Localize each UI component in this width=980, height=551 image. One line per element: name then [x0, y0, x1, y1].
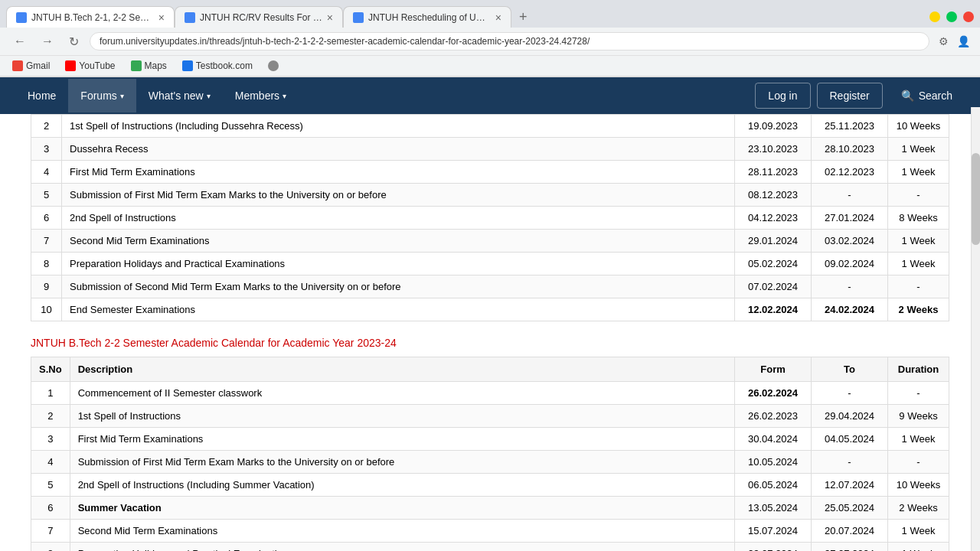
nav-right: Log in Register 🔍 Search: [755, 83, 965, 109]
table-row: 1 Commencement of II Semester classwork …: [31, 382, 949, 405]
cell-to: 28.10.2023: [812, 138, 888, 161]
cell-sno: 1: [31, 382, 70, 405]
login-button[interactable]: Log in: [755, 83, 810, 109]
cell-to: 12.07.2024: [812, 474, 888, 497]
forward-button[interactable]: →: [37, 33, 58, 50]
cell-desc: First Mid Term Examinations: [62, 161, 735, 184]
cell-desc: Submission of First Mid Term Exam Marks …: [62, 184, 735, 207]
tab-3-title: JNTUH Rescheduling of UG/PG E...: [368, 12, 491, 23]
window-controls: [929, 11, 974, 22]
cell-desc: Summer Vacation: [70, 497, 734, 520]
cell-form: 13.05.2024: [735, 497, 812, 520]
cell-form: 12.02.2024: [735, 298, 812, 321]
table-row: 4 First Mid Term Examinations 28.11.2023…: [31, 161, 949, 184]
cell-to: 04.05.2024: [812, 428, 888, 451]
cell-to: 09.02.2024: [812, 253, 888, 276]
cell-to: 20.07.2024: [812, 520, 888, 543]
cell-to: 24.02.2024: [812, 298, 888, 321]
members-dropdown-arrow: ▾: [283, 92, 286, 100]
cell-sno: 8: [31, 253, 62, 276]
cell-sno: 8: [31, 543, 70, 552]
cell-dur: 1 Week: [888, 253, 949, 276]
cell-dur: 10 Weeks: [888, 115, 949, 138]
cell-dur: 1 Week: [888, 138, 949, 161]
cell-form: 28.11.2023: [735, 161, 812, 184]
cell-form: 30.04.2024: [735, 428, 812, 451]
minimize-button[interactable]: [929, 11, 940, 22]
cell-sno: 6: [31, 207, 62, 230]
cell-form: 10.05.2024: [735, 451, 812, 474]
search-button[interactable]: 🔍 Search: [889, 83, 965, 108]
profile-icon[interactable]: 👤: [956, 34, 971, 49]
reload-button[interactable]: ↻: [64, 33, 83, 51]
url-input[interactable]: [90, 32, 929, 51]
forums-dropdown-arrow: ▾: [120, 92, 124, 100]
cell-sno: 7: [31, 230, 62, 253]
nav-whatsnew[interactable]: What's new ▾: [136, 79, 223, 112]
cell-sno: 4: [31, 161, 62, 184]
table-1-partial: 2 1st Spell of Instructions (Including D…: [31, 114, 949, 321]
table-2: S.No Description Form To Duration 1 Comm…: [31, 357, 949, 551]
cell-form: 19.09.2023: [735, 115, 812, 138]
scroll-thumb[interactable]: [972, 153, 980, 245]
tab-2[interactable]: JNTUH RC/RV Results For B.Phar... ×: [175, 6, 343, 28]
cell-desc: 1st Spell of Instructions (Including Dus…: [62, 115, 735, 138]
table-row: 5 Submission of First Mid Term Exam Mark…: [31, 184, 949, 207]
table-row: 8 Preparation Holidays and Practical Exa…: [31, 253, 949, 276]
bookmark-testbook[interactable]: Testbook.com: [179, 59, 256, 73]
cell-sno: 3: [31, 138, 62, 161]
cell-sno: 5: [31, 474, 70, 497]
cell-to: 27.07.2024: [812, 543, 888, 552]
bookmark-maps[interactable]: Maps: [128, 59, 170, 73]
back-button[interactable]: ←: [9, 33, 31, 50]
tab-1[interactable]: JNTUH B.Tech 2-1, 2-2 Semester ×: [6, 6, 175, 28]
cell-dur: -: [888, 382, 949, 405]
cell-to: 25.11.2023: [812, 115, 888, 138]
cell-dur: 10 Weeks: [888, 474, 949, 497]
col-to: To: [812, 357, 888, 382]
cell-sno: 7: [31, 520, 70, 543]
extra-icon: [268, 60, 279, 71]
cell-desc: Preparation Holidays and Practical Exami…: [70, 543, 734, 552]
table-row: 8 Preparation Holidays and Practical Exa…: [31, 543, 949, 552]
tab-2-close[interactable]: ×: [327, 11, 333, 24]
cell-dur: 8 Weeks: [888, 207, 949, 230]
bookmarks-bar: Gmail YouTube Maps Testbook.com: [0, 56, 980, 77]
bookmark-gmail[interactable]: Gmail: [9, 59, 53, 73]
search-icon: 🔍: [901, 90, 914, 102]
tab-3[interactable]: JNTUH Rescheduling of UG/PG E... ×: [343, 6, 511, 28]
bookmark-youtube[interactable]: YouTube: [62, 59, 118, 73]
search-label: Search: [919, 90, 952, 102]
close-button[interactable]: [963, 11, 974, 22]
tab-2-title: JNTUH RC/RV Results For B.Phar...: [200, 12, 322, 23]
nav-members[interactable]: Members ▾: [223, 79, 299, 112]
cell-sno: 5: [31, 184, 62, 207]
cell-dur: 9 Weeks: [888, 405, 949, 428]
tab-bar: JNTUH B.Tech 2-1, 2-2 Semester × JNTUH R…: [0, 0, 980, 28]
tab-1-close[interactable]: ×: [158, 11, 165, 24]
cell-form: 26.02.2023: [735, 405, 812, 428]
cell-to: 25.05.2024: [812, 497, 888, 520]
tab-3-close[interactable]: ×: [495, 11, 501, 24]
cell-sno: 2: [31, 115, 62, 138]
cell-to: 03.02.2024: [812, 230, 888, 253]
maximize-button[interactable]: [946, 11, 957, 22]
register-button[interactable]: Register: [817, 83, 883, 109]
table-row: 6 Summer Vacation 13.05.2024 25.05.2024 …: [31, 497, 949, 520]
tab-3-favicon: [353, 12, 364, 23]
testbook-icon: [182, 60, 193, 71]
table-row: 3 Dussehra Recess 23.10.2023 28.10.2023 …: [31, 138, 949, 161]
cell-desc: Submission of First Mid Term Exam Marks …: [70, 451, 734, 474]
scrollbar[interactable]: [971, 107, 980, 551]
new-tab-button[interactable]: +: [514, 9, 532, 25]
cell-form: 23.10.2023: [735, 138, 812, 161]
table-row: 4 Submission of First Mid Term Exam Mark…: [31, 451, 949, 474]
nav-home[interactable]: Home: [15, 79, 68, 112]
extensions-icon[interactable]: ⚙: [936, 34, 951, 49]
bookmark-extra[interactable]: [265, 59, 282, 73]
table-row: 7 Second Mid Term Examinations 15.07.202…: [31, 520, 949, 543]
cell-sno: 10: [31, 298, 62, 321]
tab-1-favicon: [16, 12, 27, 23]
cell-dur: 1 Week: [888, 428, 949, 451]
nav-forums[interactable]: Forums ▾: [68, 79, 136, 112]
